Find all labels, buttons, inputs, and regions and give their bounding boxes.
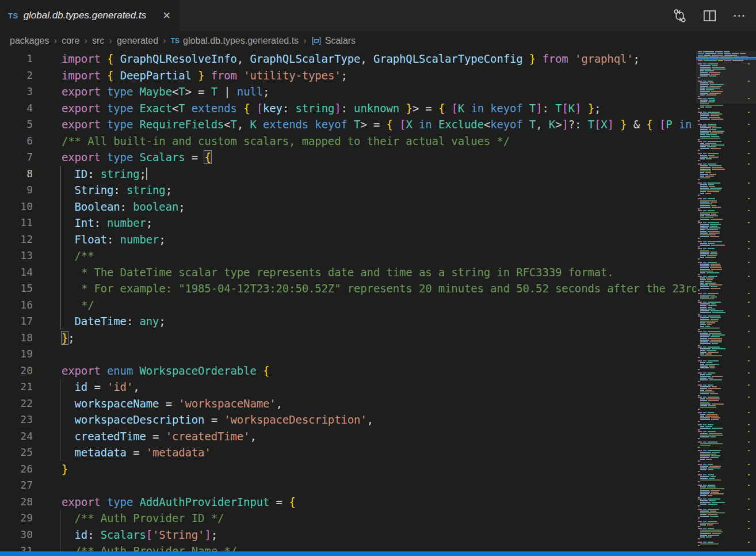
line-number[interactable]: 10 — [0, 199, 33, 215]
line-number[interactable]: 27 — [0, 477, 33, 494]
line-number[interactable]: 17 — [0, 313, 33, 330]
breadcrumb-item-src[interactable]: src — [92, 36, 104, 46]
line-number[interactable]: 7 — [0, 149, 33, 166]
line-number[interactable]: 22 — [0, 395, 33, 412]
code-line[interactable] — [62, 346, 696, 363]
code-line[interactable]: * The DateTime scalar type represents da… — [62, 264, 696, 281]
chevron-right-icon: › — [84, 35, 87, 47]
code-line[interactable]: /** Auth Provider Name */ — [62, 543, 696, 551]
line-number[interactable]: 3 — [0, 83, 33, 100]
code-line[interactable]: id: Scalars['String']; — [62, 527, 696, 543]
code-line[interactable]: id = 'id', — [62, 379, 696, 395]
line-number[interactable]: 9 — [0, 182, 33, 199]
line-number[interactable]: 21 — [0, 379, 33, 395]
line-number[interactable]: 23 — [0, 412, 33, 428]
code-line[interactable]: /** — [62, 247, 696, 264]
minimap-active-line-marker — [696, 57, 756, 60]
line-number[interactable]: 1 — [0, 51, 33, 67]
code-line[interactable]: export enum WorkspaceOrderable { — [62, 363, 696, 379]
line-number[interactable]: 8 — [0, 166, 33, 182]
code-line[interactable]: } — [62, 461, 696, 478]
line-number[interactable]: 30 — [0, 527, 33, 543]
typescript-file-icon: TS — [8, 12, 18, 20]
text-cursor — [146, 167, 147, 180]
code-viewport: 1234567891011121314151617181920212223242… — [0, 51, 696, 551]
line-number[interactable]: 12 — [0, 231, 33, 248]
code-line[interactable]: import { GraphQLResolveInfo, GraphQLScal… — [62, 51, 696, 67]
line-number[interactable]: 14 — [0, 264, 33, 281]
git-compare-icon — [673, 9, 687, 23]
editor-actions: ⋯ — [672, 0, 756, 31]
breadcrumb-item-core[interactable]: core — [62, 36, 79, 46]
breadcrumb: packages›core›src›generated›TSglobal.db.… — [0, 31, 756, 51]
code-lines: import { GraphQLResolveInfo, GraphQLScal… — [62, 51, 696, 551]
code-line[interactable]: DateTime: any; — [62, 313, 696, 330]
code-line[interactable]: export type Scalars = { — [62, 149, 696, 166]
line-number-gutter[interactable]: 1234567891011121314151617181920212223242… — [0, 51, 33, 551]
code-line[interactable]: /** All built-in and custom scalars, map… — [62, 133, 696, 150]
code-line[interactable]: export type AddAuthProviderInput = { — [62, 494, 696, 511]
code-line[interactable] — [62, 477, 696, 494]
chevron-right-icon: › — [303, 35, 307, 47]
breadcrumb-label: src — [92, 36, 104, 46]
split-editor-icon — [702, 9, 717, 23]
chevron-right-icon: › — [109, 35, 112, 47]
tab-title: global.db.types.generated.ts — [24, 10, 157, 21]
code-line[interactable]: ID: string; — [62, 166, 696, 182]
line-number[interactable]: 13 — [0, 247, 33, 264]
line-number[interactable]: 24 — [0, 428, 33, 445]
indent-guide — [60, 510, 61, 551]
ellipsis-icon: ⋯ — [733, 8, 746, 23]
close-tab-icon[interactable]: × — [162, 9, 171, 22]
code-line[interactable]: metadata = 'metadata' — [62, 444, 696, 461]
line-number[interactable]: 15 — [0, 280, 33, 297]
breadcrumb-item-generated[interactable]: generated — [117, 36, 158, 46]
tab-bar: TS global.db.types.generated.ts × ⋯ — [0, 0, 756, 31]
breadcrumb-label: Scalars — [325, 36, 356, 46]
line-number[interactable]: 26 — [0, 461, 33, 478]
chevron-right-icon: › — [54, 35, 58, 47]
breadcrumb-label: core — [62, 36, 79, 46]
code-line[interactable]: /** Auth Provider ID */ — [62, 510, 696, 527]
line-number[interactable]: 2 — [0, 67, 33, 84]
code-line[interactable]: export type Exact<T extends { [key: stri… — [62, 100, 696, 117]
code-line[interactable]: Float: number; — [62, 231, 696, 248]
code-line[interactable]: */ — [62, 297, 696, 314]
open-changes-button[interactable] — [672, 8, 687, 23]
line-number[interactable]: 16 — [0, 297, 33, 314]
line-number[interactable]: 6 — [0, 133, 33, 150]
line-number[interactable]: 5 — [0, 116, 33, 133]
breadcrumb-item-packages[interactable]: packages — [10, 36, 49, 46]
code-editor[interactable]: 1234567891011121314151617181920212223242… — [0, 51, 756, 551]
line-number[interactable]: 11 — [0, 215, 33, 231]
typescript-file-icon: TS — [171, 37, 180, 45]
code-line[interactable]: export type RequireFields<T, K extends k… — [62, 116, 696, 133]
line-number[interactable]: 25 — [0, 444, 33, 461]
breadcrumb-label: packages — [10, 36, 49, 46]
code-line[interactable]: workspaceDescription = 'workspaceDescrip… — [62, 412, 696, 428]
breadcrumb-item-scalars[interactable]: Scalars — [311, 36, 356, 46]
breadcrumb-label: generated — [117, 36, 158, 46]
line-number[interactable]: 31 — [0, 543, 33, 551]
line-number[interactable]: 20 — [0, 363, 33, 379]
code-line[interactable]: String: string; — [62, 182, 696, 199]
code-line[interactable]: createdTime = 'createdTime', — [62, 428, 696, 445]
tab-global-db-types[interactable]: TS global.db.types.generated.ts × — [0, 0, 180, 31]
code-line[interactable]: }; — [62, 330, 696, 346]
line-number[interactable]: 28 — [0, 494, 33, 511]
code-line[interactable]: import { DeepPartial } from 'utility-typ… — [62, 67, 696, 84]
code-line[interactable]: * For example: "1985-04-12T23:20:50.52Z"… — [62, 280, 696, 297]
code-line[interactable]: workspaceName = 'workspaceName', — [62, 395, 696, 412]
symbol-type-icon — [311, 36, 322, 46]
line-number[interactable]: 19 — [0, 346, 33, 363]
line-number[interactable]: 4 — [0, 100, 33, 117]
code-line[interactable]: Boolean: boolean; — [62, 199, 696, 215]
line-number[interactable]: 29 — [0, 510, 33, 527]
breadcrumb-item-global-db-types-generated-ts[interactable]: TSglobal.db.types.generated.ts — [171, 36, 299, 46]
code-line[interactable]: Int: number; — [62, 215, 696, 231]
minimap[interactable] — [696, 51, 756, 551]
split-editor-button[interactable] — [702, 8, 717, 23]
code-line[interactable]: export type Maybe<T> = T | null; — [62, 83, 696, 100]
line-number[interactable]: 18 — [0, 330, 33, 346]
more-actions-button[interactable]: ⋯ — [732, 8, 747, 23]
